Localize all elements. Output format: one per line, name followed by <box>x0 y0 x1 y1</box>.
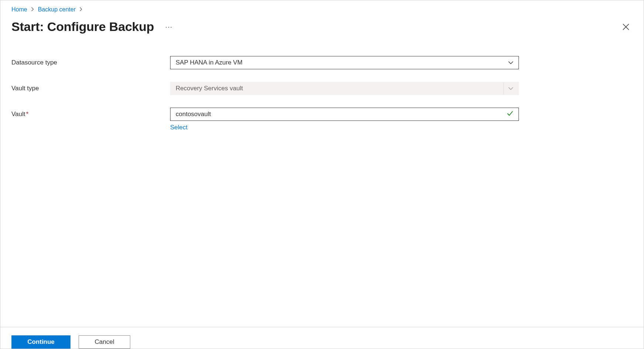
close-icon <box>622 23 630 31</box>
datasource-type-value: SAP HANA in Azure VM <box>176 59 508 66</box>
select-vault-link[interactable]: Select <box>170 124 187 131</box>
chevron-down-icon <box>503 82 513 95</box>
more-actions-button[interactable]: ⋯ <box>163 22 175 32</box>
breadcrumb-home[interactable]: Home <box>11 6 27 13</box>
vault-type-select: Recovery Services vault <box>170 82 519 95</box>
chevron-down-icon <box>508 56 513 69</box>
datasource-type-select[interactable]: SAP HANA in Azure VM <box>170 56 519 69</box>
breadcrumb: Home Backup center <box>11 6 633 13</box>
datasource-type-row: Datasource type SAP HANA in Azure VM <box>11 56 528 69</box>
vault-type-row: Vault type Recovery Services vault <box>11 82 528 95</box>
vault-type-label: Vault type <box>11 82 170 92</box>
chevron-right-icon <box>31 7 34 13</box>
required-asterisk: * <box>26 111 29 118</box>
checkmark-icon <box>507 110 513 119</box>
close-button[interactable] <box>619 20 633 34</box>
continue-button[interactable]: Continue <box>11 335 70 349</box>
vault-input[interactable]: contosovault <box>170 108 519 121</box>
page-title: Start: Configure Backup <box>11 20 154 34</box>
configure-backup-form: Datasource type SAP HANA in Azure VM Vau… <box>11 56 528 131</box>
vault-label: Vault* <box>11 108 170 118</box>
cancel-button[interactable]: Cancel <box>79 335 130 349</box>
page-header: Start: Configure Backup ⋯ <box>11 20 633 34</box>
chevron-right-icon <box>79 7 83 13</box>
vault-row: Vault* contosovault Select <box>11 108 528 131</box>
vault-type-value: Recovery Services vault <box>176 85 503 92</box>
footer-actions: Continue Cancel <box>0 327 644 349</box>
datasource-type-label: Datasource type <box>11 56 170 66</box>
breadcrumb-backup-center[interactable]: Backup center <box>38 6 76 13</box>
vault-input-value: contosovault <box>176 111 507 118</box>
